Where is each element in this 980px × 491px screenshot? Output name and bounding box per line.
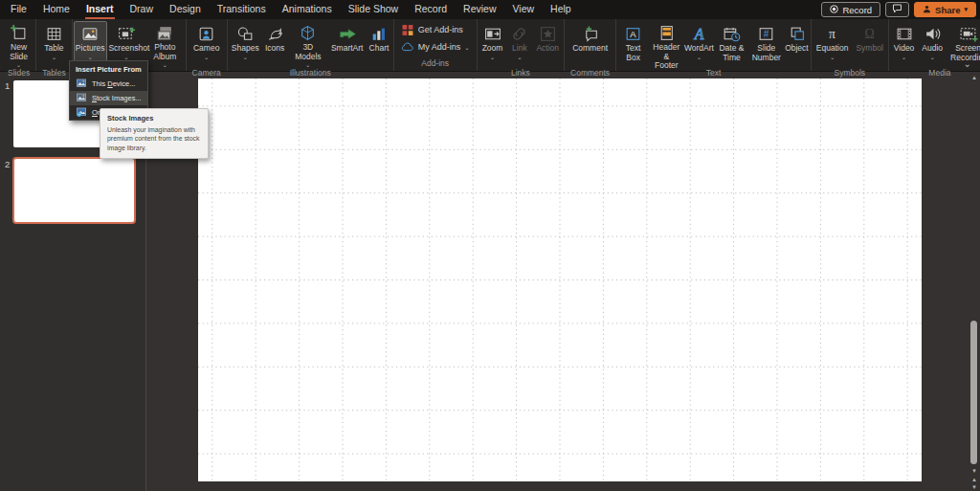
ribbon-button-chart[interactable]: Chart (366, 21, 391, 67)
online-pictures-icon (76, 104, 87, 122)
menu-tab-design[interactable]: Design (168, 0, 202, 19)
ribbon-button-label: New Slide (7, 43, 31, 61)
slide-gridlines (198, 78, 922, 481)
menu-tab-draw[interactable]: Draw (129, 0, 155, 19)
ribbon-button-audio[interactable]: Audio⌄ (918, 21, 947, 67)
svg-text:Ω: Ω (864, 27, 874, 41)
ribbon-button-zoom[interactable]: Zoom⌄ (479, 21, 507, 67)
dropdown-caret-icon: ⌄ (242, 55, 247, 59)
ribbon-button-link[interactable]: Link⌄ (506, 21, 532, 67)
dropdown-caret-icon: ⌄ (930, 55, 935, 59)
share-button[interactable]: Share ▾ (914, 2, 976, 17)
ribbon-group-camera: Cameo⌄Camera (187, 19, 228, 71)
my-add-ins-icon (401, 40, 414, 54)
comments-pane-button[interactable] (885, 2, 909, 17)
previous-slide-button-icon[interactable]: ▴ (969, 476, 979, 482)
svg-text:π: π (829, 27, 835, 41)
ribbon-button-object[interactable]: Object (784, 21, 810, 67)
pictures-icon (80, 24, 100, 43)
menu-item-label-part: evice... (113, 79, 136, 88)
menu-item-label-part: This (92, 79, 107, 88)
text-box-icon: A (624, 24, 642, 43)
ribbon-button-comment[interactable]: Comment (568, 21, 612, 67)
wordart-icon: A (690, 24, 708, 43)
ribbon-button-table[interactable]: Table⌄ (40, 21, 67, 67)
menu-tab-help[interactable]: Help (549, 0, 572, 19)
ribbon-button-icons[interactable]: Icons (262, 21, 288, 67)
symbol-icon: Ω (860, 24, 879, 43)
object-icon (788, 24, 806, 43)
ribbon-button-equation[interactable]: πEquation⌄ (813, 21, 853, 67)
menu-tab-slide-show[interactable]: Slide Show (347, 0, 400, 19)
zoom-icon (483, 24, 502, 43)
ribbon-button-label: My Add-ins (418, 42, 461, 52)
record-button[interactable]: Record (821, 2, 880, 17)
menu-tab-file[interactable]: File (10, 0, 28, 19)
chat-bubble-icon (892, 4, 902, 15)
ribbon-button-label: Action (536, 44, 559, 54)
titlebar-right: Record Share ▾ (821, 2, 976, 17)
ribbon-button-3d-models[interactable]: 3D Models⌄ (288, 21, 328, 67)
audio-icon (924, 24, 942, 43)
menu-tab-view[interactable]: View (511, 0, 535, 19)
ribbon-button-new-slide[interactable]: New Slide⌄ (3, 21, 34, 67)
next-slide-button-icon[interactable]: ▾ (969, 483, 979, 490)
ribbon-button-label: WordArt (684, 44, 714, 54)
ribbon-group-illustrations: Shapes⌄Icons3D Models⌄SmartArtChartIllus… (228, 19, 394, 71)
menu-tab-transitions[interactable]: Transitions (216, 0, 267, 19)
ribbon-button-slide-number[interactable]: #Slide Number (749, 21, 784, 67)
collapse-ribbon-chevron[interactable]: ⌄ (964, 58, 971, 69)
ribbon-button-wordart[interactable]: AWordArt⌄ (683, 21, 714, 67)
ribbon-button-label: Slide Number (752, 44, 781, 62)
scrollbar-thumb[interactable] (970, 321, 977, 464)
ribbon-button-photo-album[interactable]: Photo Album⌄ (145, 21, 184, 67)
menu-tab-animations[interactable]: Animations (281, 0, 333, 19)
menu-item-label: This Device... (92, 79, 135, 88)
ribbon-button-label: 3D Models (292, 43, 324, 61)
slide-thumbnail-2[interactable] (12, 157, 136, 224)
vertical-scrollbar[interactable]: ▴ ▾ ▴ ▾ (967, 72, 980, 491)
ribbon-button-label: Screenshot (108, 44, 144, 54)
share-button-label: Share (935, 5, 960, 15)
ribbon-button-label: Object (785, 44, 809, 54)
ribbon-group-label: Symbols (813, 67, 887, 80)
dropdown-caret-icon: ⌄ (123, 55, 128, 59)
photo-album-icon (155, 24, 174, 42)
ribbon-button-text-box[interactable]: AText Box (617, 21, 649, 67)
header-footer-icon (657, 24, 676, 42)
cameo-icon (197, 24, 215, 43)
dropdown-caret-icon: ⌄ (517, 55, 522, 59)
ribbon-button-date-time[interactable]: Date & Time (714, 21, 748, 67)
ribbon-group-symbols: πEquation⌄ΩSymbolSymbols (812, 19, 889, 71)
ribbon-group-label: Tables (37, 67, 71, 80)
menu-tab-home[interactable]: Home (42, 0, 71, 19)
ribbon-button-cameo[interactable]: Cameo⌄ (189, 21, 223, 67)
ribbon-button-label: Symbol (856, 44, 882, 54)
ribbon-button-symbol[interactable]: ΩSymbol (852, 21, 886, 67)
menu-tab-insert[interactable]: Insert (85, 0, 115, 19)
screenshot-icon (117, 24, 136, 43)
svg-text:A: A (694, 25, 704, 41)
ribbon-group-label: Illustrations (229, 67, 392, 80)
action-icon (539, 24, 557, 43)
ribbon-button-shapes[interactable]: Shapes⌄ (229, 21, 262, 67)
ribbon-button-header-footer[interactable]: Header & Footer (649, 21, 683, 67)
menu-tab-review[interactable]: Review (462, 0, 497, 19)
ribbon-button-video[interactable]: Video⌄ (890, 21, 919, 67)
table-icon (45, 24, 63, 43)
ribbon-button-get-add-ins[interactable]: Get Add-ins (401, 23, 463, 37)
ribbon-button-label: Table (44, 44, 63, 54)
ribbon-button-label: Pictures (76, 44, 105, 54)
scroll-down-arrow-icon[interactable]: ▾ (969, 467, 979, 474)
ribbon-button-smartart[interactable]: SmartArt (328, 21, 366, 67)
ribbon-button-action[interactable]: Action (532, 21, 563, 67)
menu-item-label: Stock Images... (92, 94, 142, 102)
dropdown-caret-icon: ⌄ (490, 55, 495, 59)
ribbon-button-label: Video (894, 44, 915, 54)
slide-canvas[interactable] (198, 78, 922, 481)
ribbon-button-my-add-ins[interactable]: My Add-ins⌄ (401, 40, 470, 55)
record-button-label: Record (842, 5, 872, 15)
screen-recording-icon (958, 24, 978, 43)
icons-icon (266, 24, 284, 43)
menu-tab-record[interactable]: Record (413, 0, 448, 19)
